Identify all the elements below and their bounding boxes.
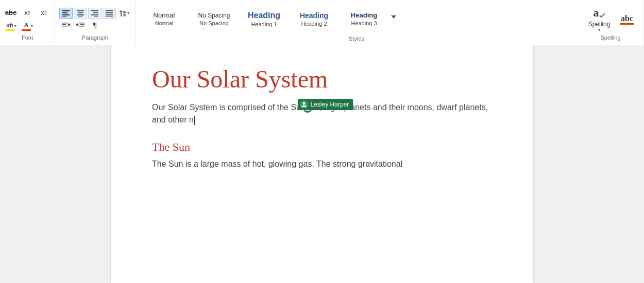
- svg-rect-0: [62, 10, 70, 11]
- svg-rect-5: [78, 12, 83, 13]
- style-normal[interactable]: Normal Normal: [140, 4, 189, 34]
- style-heading2-preview: Heading: [300, 11, 328, 20]
- font-row-2: ab ▾ A ▾: [4, 21, 50, 32]
- editor-check-button[interactable]: abc: [617, 6, 637, 33]
- svg-rect-24: [79, 23, 84, 24]
- highlight-color-button[interactable]: ab ▾: [4, 21, 18, 32]
- svg-marker-28: [391, 15, 396, 19]
- font-color-dropdown-arrow: ▾: [31, 24, 33, 28]
- style-heading2-label: Heading 2: [301, 21, 327, 27]
- justify-icon: [106, 10, 113, 17]
- subscript-button[interactable]: x2: [21, 7, 34, 19]
- paragraph-icons: ▾: [59, 8, 131, 31]
- align-center-button[interactable]: [74, 8, 87, 19]
- svg-rect-19: [123, 15, 126, 16]
- svg-rect-11: [94, 16, 98, 17]
- user-tooltip: Lesley Harper: [298, 99, 353, 110]
- document-page: Our Solar System Our Solar System is com…: [111, 45, 533, 283]
- show-formatting-button[interactable]: ¶: [88, 20, 101, 31]
- document-body-paragraph[interactable]: Our Solar System is comprised of the Su: [152, 101, 492, 126]
- ribbon: abc x2 x2 ab: [0, 0, 644, 45]
- svg-rect-7: [78, 16, 82, 17]
- svg-rect-20: [62, 23, 67, 24]
- highlight-icon: ab: [5, 21, 14, 31]
- styles-section: Normal Normal No Spacing No Spacing Head…: [135, 0, 578, 45]
- paragraph-section-label: Paragraph: [82, 34, 108, 43]
- style-heading3-preview: Heading: [351, 11, 377, 19]
- ltr-button[interactable]: [74, 20, 87, 31]
- body-text-before-cursor: Our Solar System is comprised of the Su: [152, 103, 301, 112]
- style-normal-label: Normal: [155, 20, 173, 26]
- svg-rect-1: [62, 12, 67, 13]
- font-section-label: Font: [22, 34, 33, 43]
- align-left-button[interactable]: [59, 8, 73, 19]
- editor-underline: [620, 23, 634, 25]
- document-title[interactable]: Our Solar System: [152, 66, 492, 93]
- editor-check-visual: abc: [620, 14, 634, 25]
- spelling-label: Spelling: [588, 21, 611, 28]
- style-heading3[interactable]: Heading Heading 3: [340, 4, 388, 34]
- style-heading1-label: Heading 1: [251, 21, 277, 27]
- justify-button[interactable]: [103, 8, 116, 19]
- svg-point-30: [303, 102, 306, 104]
- rtl-icon: [61, 21, 71, 30]
- svg-rect-2: [62, 14, 70, 15]
- rtl-button[interactable]: [59, 20, 73, 31]
- para-row-2: ¶: [59, 20, 131, 31]
- style-heading1[interactable]: Heading Heading 1: [240, 4, 289, 34]
- spelling-checkmark-icon: [599, 12, 605, 19]
- document-area: Our Solar System Our Solar System is com…: [0, 45, 644, 283]
- svg-rect-12: [106, 10, 113, 11]
- user-name: Lesley Harper: [310, 100, 349, 109]
- spelling-section-label: Spelling: [600, 34, 620, 43]
- svg-rect-18: [123, 14, 126, 15]
- spelling-letter-a: a: [594, 6, 599, 20]
- strikethrough-button[interactable]: abc: [4, 7, 18, 19]
- svg-rect-21: [62, 24, 66, 25]
- editor-letters: abc: [621, 14, 633, 23]
- document-body2[interactable]: The Sun is a large mass of hot, glowing …: [152, 158, 492, 170]
- svg-rect-17: [123, 12, 126, 13]
- highlight-dropdown-arrow: ▾: [14, 24, 16, 28]
- spelling-icon-visual: a: [594, 6, 605, 20]
- tooltip-user-icon: [301, 101, 307, 108]
- font-section: abc x2 x2 ab: [0, 0, 55, 45]
- line-spacing-button[interactable]: ▾: [117, 8, 131, 19]
- font-icons-group: abc x2 x2 ab: [4, 7, 50, 32]
- style-nospacing-label: No Spacing: [199, 20, 229, 26]
- svg-rect-25: [80, 24, 84, 25]
- svg-rect-8: [91, 10, 98, 11]
- superscript-button[interactable]: x2: [37, 7, 50, 19]
- svg-rect-9: [93, 12, 98, 13]
- svg-rect-13: [106, 12, 113, 13]
- paragraph-mark-icon: ¶: [93, 21, 97, 30]
- style-heading2[interactable]: Heading Heading 2: [290, 4, 338, 34]
- paragraph-tools: ▾: [59, 2, 131, 34]
- line-spacing-arrow: ▾: [127, 11, 129, 15]
- align-center-icon: [77, 10, 84, 17]
- svg-rect-16: [123, 11, 126, 12]
- user-tooltip-avatar: [300, 100, 308, 109]
- svg-rect-4: [77, 10, 84, 11]
- style-nospacing[interactable]: No Spacing No Spacing: [190, 4, 239, 34]
- spelling-grammar-button[interactable]: a Spelling ▾: [584, 6, 615, 33]
- svg-rect-22: [62, 26, 67, 27]
- styles-list: Normal Normal No Spacing No Spacing Head…: [140, 2, 573, 36]
- svg-rect-14: [106, 14, 113, 15]
- cursor-area: Lesley Harper: [303, 103, 314, 112]
- svg-rect-3: [62, 16, 66, 17]
- style-heading1-preview: Heading: [248, 11, 280, 20]
- style-normal-preview: Normal: [154, 11, 175, 19]
- style-heading3-label: Heading 3: [351, 20, 377, 26]
- styles-dropdown[interactable]: [389, 13, 399, 25]
- para-row-1: ▾: [59, 8, 131, 19]
- styles-section-label: Styles: [140, 36, 573, 43]
- line-spacing-icon: [118, 9, 127, 17]
- align-right-button[interactable]: [88, 8, 101, 19]
- style-nospacing-preview: No Spacing: [198, 12, 230, 19]
- font-tools: abc x2 x2 ab: [4, 2, 50, 34]
- font-color-button[interactable]: A ▾: [21, 21, 34, 32]
- document-subheading[interactable]: The Sun: [152, 140, 492, 154]
- align-right-icon: [91, 10, 98, 17]
- svg-rect-26: [79, 26, 84, 27]
